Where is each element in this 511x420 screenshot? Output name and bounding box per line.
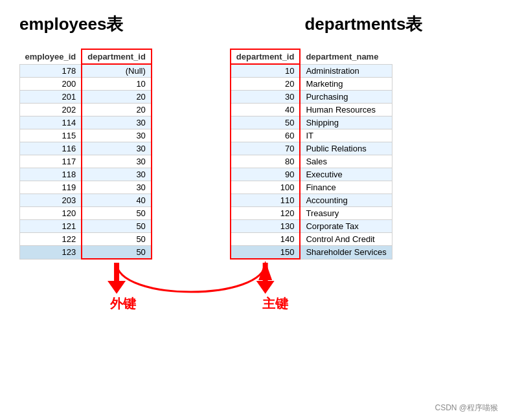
emp-dept-id-cell: (Null) bbox=[82, 64, 152, 78]
dep-name-cell: Shipping bbox=[300, 116, 392, 129]
employees-row: 11630 bbox=[20, 142, 152, 155]
employees-row: 178(Null) bbox=[20, 64, 152, 78]
departments-row: 40Human Resources bbox=[231, 104, 392, 116]
emp-dept-id-cell: 50 bbox=[82, 246, 152, 260]
employees-table-wrapper: employee_id department_id 178(Null)20010… bbox=[19, 49, 152, 260]
emp-dept-id-cell: 20 bbox=[82, 104, 152, 116]
dep-name-cell: Administration bbox=[300, 64, 392, 78]
dep-dept-id-cell: 50 bbox=[231, 116, 301, 129]
employees-row: 20120 bbox=[20, 91, 152, 104]
emp-id-cell: 115 bbox=[20, 129, 82, 142]
employees-header-row: employee_id department_id bbox=[20, 49, 152, 64]
departments-row: 50Shipping bbox=[231, 116, 392, 129]
departments-row: 30Purchasing bbox=[231, 91, 392, 104]
emp-id-cell: 118 bbox=[20, 168, 82, 181]
employees-row: 11830 bbox=[20, 168, 152, 181]
dep-name-cell: Sales bbox=[300, 155, 392, 168]
dep-dept-id-header: department_id bbox=[231, 49, 301, 64]
departments-table: department_id department_name 10Administ… bbox=[230, 49, 392, 260]
departments-row: 70Public Relations bbox=[231, 142, 392, 155]
emp-dept-id-cell: 20 bbox=[82, 91, 152, 104]
foreign-key-label: 外键 bbox=[110, 295, 136, 313]
emp-dept-id-cell: 50 bbox=[82, 207, 152, 220]
employees-row: 11930 bbox=[20, 181, 152, 194]
dep-name-header: department_name bbox=[300, 49, 392, 64]
dep-dept-id-cell: 60 bbox=[231, 129, 301, 142]
dep-dept-id-cell: 10 bbox=[231, 64, 301, 78]
departments-row: 120Treasury bbox=[231, 207, 392, 220]
emp-dept-id-cell: 50 bbox=[82, 220, 152, 233]
employees-row: 12250 bbox=[20, 233, 152, 246]
dep-dept-id-cell: 150 bbox=[231, 246, 301, 260]
emp-dept-id-cell: 30 bbox=[82, 168, 152, 181]
departments-row: 140Control And Credit bbox=[231, 233, 392, 246]
dep-name-cell: IT bbox=[300, 129, 392, 142]
title-row: employees表 departments表 bbox=[13, 13, 498, 36]
watermark: CSDN @程序喵猴 bbox=[435, 403, 498, 414]
emp-id-cell: 117 bbox=[20, 155, 82, 168]
dep-name-cell: Finance bbox=[300, 181, 392, 194]
emp-id-cell: 116 bbox=[20, 142, 82, 155]
employees-row: 20340 bbox=[20, 194, 152, 207]
departments-header-row: department_id department_name bbox=[231, 49, 392, 64]
departments-row: 80Sales bbox=[231, 155, 392, 168]
employees-row: 12350 bbox=[20, 246, 152, 260]
emp-id-cell: 114 bbox=[20, 116, 82, 129]
labels-row: 外键 主键 bbox=[13, 266, 498, 331]
employees-row: 11430 bbox=[20, 116, 152, 129]
dep-name-cell: Human Resources bbox=[300, 104, 392, 116]
dep-name-cell: Accounting bbox=[300, 194, 392, 207]
emp-id-cell: 203 bbox=[20, 194, 82, 207]
emp-dept-id-cell: 30 bbox=[82, 116, 152, 129]
emp-id-cell: 122 bbox=[20, 233, 82, 246]
emp-dept-id-cell: 50 bbox=[82, 233, 152, 246]
departments-row: 130Corporate Tax bbox=[231, 220, 392, 233]
emp-id-cell: 200 bbox=[20, 78, 82, 91]
dep-name-cell: Executive bbox=[300, 168, 392, 181]
departments-table-wrapper: department_id department_name 10Administ… bbox=[230, 49, 392, 260]
employees-row: 11730 bbox=[20, 155, 152, 168]
emp-id-cell: 121 bbox=[20, 220, 82, 233]
dep-name-cell: Treasury bbox=[300, 207, 392, 220]
dep-name-cell: Purchasing bbox=[300, 91, 392, 104]
emp-id-cell: 123 bbox=[20, 246, 82, 260]
dep-dept-id-cell: 20 bbox=[231, 78, 301, 91]
employees-row: 11530 bbox=[20, 129, 152, 142]
tables-row: employee_id department_id 178(Null)20010… bbox=[13, 49, 498, 260]
dep-name-cell: Corporate Tax bbox=[300, 220, 392, 233]
departments-row: 60IT bbox=[231, 129, 392, 142]
dep-name-cell: Shareholder Services bbox=[300, 246, 392, 260]
departments-row: 150Shareholder Services bbox=[231, 246, 392, 260]
emp-id-header: employee_id bbox=[20, 49, 82, 64]
dept-id-header: department_id bbox=[82, 49, 152, 64]
emp-id-cell: 120 bbox=[20, 207, 82, 220]
departments-row: 20Marketing bbox=[231, 78, 392, 91]
dep-name-cell: Marketing bbox=[300, 78, 392, 91]
dep-dept-id-cell: 30 bbox=[231, 91, 301, 104]
employees-row: 20010 bbox=[20, 78, 152, 91]
emp-dept-id-cell: 30 bbox=[82, 129, 152, 142]
emp-id-cell: 201 bbox=[20, 91, 82, 104]
employees-title: employees表 bbox=[19, 13, 123, 36]
departments-row: 10Administration bbox=[231, 64, 392, 78]
dep-dept-id-cell: 100 bbox=[231, 181, 301, 194]
emp-id-cell: 178 bbox=[20, 64, 82, 78]
employees-row: 12150 bbox=[20, 220, 152, 233]
employees-row: 12050 bbox=[20, 207, 152, 220]
departments-row: 100Finance bbox=[231, 181, 392, 194]
emp-dept-id-cell: 30 bbox=[82, 142, 152, 155]
dep-dept-id-cell: 70 bbox=[231, 142, 301, 155]
emp-dept-id-cell: 30 bbox=[82, 181, 152, 194]
employees-row: 20220 bbox=[20, 104, 152, 116]
main-container: employees表 departments表 employee_id depa… bbox=[0, 0, 511, 420]
dep-name-cell: Public Relations bbox=[300, 142, 392, 155]
dep-dept-id-cell: 140 bbox=[231, 233, 301, 246]
emp-dept-id-cell: 30 bbox=[82, 155, 152, 168]
dep-name-cell: Control And Credit bbox=[300, 233, 392, 246]
dep-dept-id-cell: 40 bbox=[231, 104, 301, 116]
dep-dept-id-cell: 80 bbox=[231, 155, 301, 168]
dep-dept-id-cell: 90 bbox=[231, 168, 301, 181]
dep-dept-id-cell: 110 bbox=[231, 194, 301, 207]
emp-id-cell: 202 bbox=[20, 104, 82, 116]
emp-dept-id-cell: 40 bbox=[82, 194, 152, 207]
